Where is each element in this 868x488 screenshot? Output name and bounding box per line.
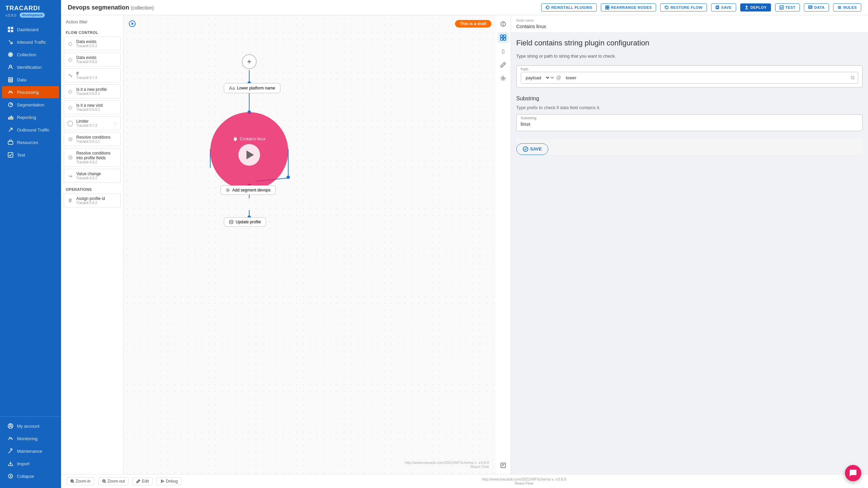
brand-name: TRACARDI xyxy=(5,5,56,12)
svg-rect-63 xyxy=(500,38,503,40)
flow-item-new-profile[interactable]: ◇ Is it a new profile Tracardi 0.6.0.1 xyxy=(64,84,121,98)
sidebar-item-my-account[interactable]: My account xyxy=(2,420,59,432)
test-button[interactable]: TEST xyxy=(775,3,800,12)
deploy-button[interactable]: DEPLOY xyxy=(740,3,771,12)
collapse-icon xyxy=(7,473,14,479)
sidebar-item-label: Data xyxy=(17,77,26,82)
sidebar-item-collection[interactable]: Collection xyxy=(2,48,59,61)
rearrange-nodes-button[interactable]: REARRANGE NODES xyxy=(601,3,656,12)
sidebar-item-outbound-traffic[interactable]: Outbound Traffic xyxy=(2,124,59,136)
canvas-connections xyxy=(124,15,496,474)
gear-icon-btn[interactable] xyxy=(498,73,509,84)
flow-item-if[interactable]: ∿ If Tracardi 0.7.4 xyxy=(64,68,121,82)
star-icon[interactable]: ☆ xyxy=(113,121,118,126)
book-icon-btn[interactable] xyxy=(498,460,509,471)
run-button[interactable] xyxy=(129,20,136,29)
maintenance-icon xyxy=(7,448,14,454)
sidebar-item-inbound-traffic[interactable]: Inbound Traffic xyxy=(2,36,59,48)
add-segment-label: Add segment devops xyxy=(232,188,271,192)
sidebar-item-collapse[interactable]: Collapse xyxy=(2,470,59,482)
restore-flow-button[interactable]: RESTORE FLOW xyxy=(660,3,707,12)
sidebar-item-identification[interactable]: Identification xyxy=(2,61,59,73)
chat-bubble-button[interactable] xyxy=(845,465,861,481)
flow-item-value-change[interactable]: ↝ Value change Tracardi 0.6.1 xyxy=(64,169,121,183)
svg-line-24 xyxy=(8,450,12,453)
processing-icon xyxy=(7,89,14,95)
substring-section: Substring Type prefix to check if data f… xyxy=(516,96,863,131)
flow-item-assign-profile-id[interactable]: # Assign profile id Tracardi 0.6.2 xyxy=(64,194,121,207)
path-label: Path xyxy=(521,67,859,71)
pen-icon-btn[interactable] xyxy=(498,59,509,70)
sidebar-item-maintenance[interactable]: Maintenance xyxy=(2,445,59,457)
svg-rect-30 xyxy=(717,8,718,9)
flow-item-resolve-conditions-profile[interactable]: ⊙ Resolve conditions into profile fields… xyxy=(64,148,121,167)
svg-rect-53 xyxy=(235,137,235,138)
svg-rect-21 xyxy=(8,152,13,157)
braces-icon: {} xyxy=(501,48,505,54)
flow-item-limiter[interactable]: ◯ Limiter Tracardi 0.7.3 ☆ xyxy=(64,116,121,130)
substring-title: Substring xyxy=(516,96,863,102)
svg-rect-28 xyxy=(606,8,607,9)
monitoring-icon xyxy=(7,435,14,442)
node-lightning[interactable] xyxy=(242,54,257,69)
sidebar-item-label: Segmentation xyxy=(17,102,44,107)
deploy-icon xyxy=(745,5,749,9)
sidebar-item-resources[interactable]: Resources xyxy=(2,136,59,148)
flow-item-data-exists-1[interactable]: ◇ Data exists Tracardi 0.6.2 xyxy=(64,37,121,50)
svg-rect-61 xyxy=(500,35,503,37)
svg-line-70 xyxy=(73,482,74,483)
flow-item-new-visit[interactable]: ◇ Is it a new visit Tracardi 0.6.0.1 xyxy=(64,100,121,114)
sidebar-item-label: Outbound Traffic xyxy=(17,127,50,133)
svg-rect-20 xyxy=(8,141,13,144)
zoom-out-button[interactable]: Zoom-out xyxy=(98,477,129,485)
edit-button[interactable]: Edit xyxy=(133,477,153,485)
substring-input[interactable] xyxy=(521,121,859,127)
play-button[interactable] xyxy=(238,144,260,166)
flow-item-data-exists-2[interactable]: ◇ Data exists Tracardi 0.8.0 xyxy=(64,53,121,66)
sliders-icon-btn[interactable] xyxy=(498,32,509,43)
config-panel-main: Field contains string plugin configurati… xyxy=(511,33,868,474)
sidebar-item-label: Import xyxy=(17,461,29,466)
sidebar-item-test[interactable]: Test xyxy=(2,149,59,161)
rules-button[interactable]: RULES xyxy=(833,3,861,12)
at-symbol: @ xyxy=(554,75,563,80)
bottom-bar: Zoom-in Zoom-out Edit Debug http://www.t… xyxy=(61,474,868,488)
sidebar-item-dashboard[interactable]: Dashboard xyxy=(2,23,59,36)
copy-icon-btn[interactable]: ⧉ xyxy=(847,75,858,81)
resources-icon xyxy=(7,139,14,145)
sidebar-item-reporting[interactable]: Reporting xyxy=(2,111,59,123)
chevron-down-icon xyxy=(550,76,554,80)
svg-line-19 xyxy=(9,128,12,131)
config-panel-right: {} Node name Contains linux xyxy=(496,15,868,474)
info-icon-btn[interactable] xyxy=(498,19,509,29)
flow-item-resolve-conditions[interactable]: ⊙ Resolve conditions Tracardi 0.6.2.1 xyxy=(64,132,121,146)
sidebar-item-import[interactable]: Import xyxy=(2,458,59,470)
chat-icon xyxy=(849,469,857,477)
reinstall-plugins-button[interactable]: REINSTALL PLUGINS xyxy=(541,3,597,12)
node-contains-linux[interactable]: Contains linux xyxy=(210,112,288,190)
diamond-icon-4: ◇ xyxy=(67,104,74,111)
path-text-input[interactable] xyxy=(563,73,847,83)
save-button[interactable]: SAVE xyxy=(711,3,736,12)
node-add-segment[interactable]: Add segment devops xyxy=(220,185,276,195)
debug-button[interactable]: Debug xyxy=(157,477,181,485)
db-icon xyxy=(229,220,234,224)
action-filter-label: Action filter xyxy=(64,19,121,24)
sidebar-item-segmentation[interactable]: Segmentation xyxy=(2,99,59,111)
play-icon xyxy=(246,150,254,159)
svg-rect-16 xyxy=(9,116,11,120)
svg-point-52 xyxy=(287,176,290,179)
sidebar-item-data[interactable]: Data xyxy=(2,74,59,86)
sidebar-item-monitoring[interactable]: Monitoring xyxy=(2,432,59,445)
data-button[interactable]: DATA xyxy=(804,3,829,12)
node-update-profile[interactable]: Update profile xyxy=(224,217,266,227)
svg-rect-64 xyxy=(504,38,506,40)
sidebar-item-label: Identification xyxy=(17,65,42,70)
topbar: Devops segmenation (collection) REINSTAL… xyxy=(61,0,868,15)
zoom-in-button[interactable]: Zoom-in xyxy=(66,477,94,485)
braces-icon-btn[interactable]: {} xyxy=(498,46,509,57)
sidebar-item-processing[interactable]: Processing xyxy=(2,86,59,98)
path-select[interactable]: payload profile event xyxy=(521,72,550,83)
config-description: Type string or path to string that you w… xyxy=(516,54,863,59)
config-save-button[interactable]: SAVE xyxy=(516,143,548,155)
